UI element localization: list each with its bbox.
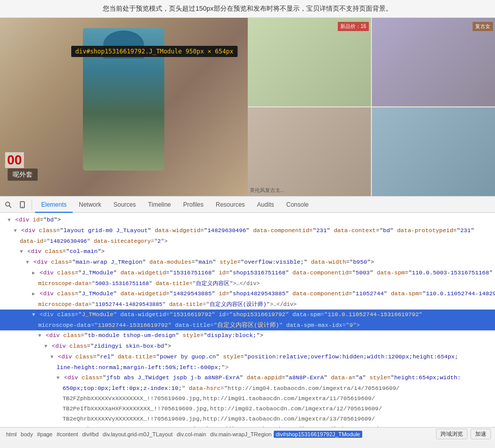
- devtools-toolbar: Elements Network Sources Timeline Profil…: [0, 197, 495, 213]
- fashion-image-left: 呢外套 身形设计，凸... 00: [0, 18, 248, 196]
- element-tooltip: div#shop15316619792.J_TModule 950px × 65…: [71, 46, 238, 57]
- accelerate-btn[interactable]: 加速: [471, 429, 491, 439]
- right-img-1: 新品价：16: [248, 18, 371, 106]
- breadcrumb-page[interactable]: #page: [35, 431, 55, 438]
- tab-console[interactable]: Console: [280, 197, 315, 213]
- tab-sources[interactable]: Sources: [107, 197, 142, 213]
- toolbar-separator: [32, 200, 32, 210]
- svg-line-1: [9, 206, 11, 208]
- html-line[interactable]: ▼ <div class="jfsb abs J_TWidget jspb j-…: [0, 373, 495, 383]
- preview-area: div#shop15316619792.J_TModule 950px × 65…: [0, 18, 495, 196]
- cross-domain-btn[interactable]: 跨域浏览: [436, 429, 468, 439]
- html-line-selected[interactable]: ▼ <div class="J_TModule" data-widgetid="…: [0, 310, 495, 320]
- breadcrumb-bar: html body #page #content div#bd div.layo…: [0, 427, 495, 440]
- tab-profiles[interactable]: Profiles: [177, 197, 210, 213]
- svg-point-3: [22, 206, 23, 207]
- html-line[interactable]: data-id="14829630496" data-sitecategory=…: [0, 236, 495, 246]
- html-line[interactable]: ▶ <div class="J_TModule" data-widgetid="…: [0, 268, 495, 278]
- style-badge: 复古女: [473, 22, 493, 31]
- html-line[interactable]: ▼ <div class="main-wrap J_TRegion" data-…: [0, 257, 495, 268]
- bottom-text: 英伦风复古太...: [250, 187, 284, 194]
- right-img-4: [372, 107, 495, 196]
- breadcrumb-bd[interactable]: div#bd: [80, 431, 100, 438]
- html-line[interactable]: ▼ <div class="col-main">: [0, 246, 495, 257]
- breadcrumb-col-main[interactable]: div.col-main: [174, 431, 208, 438]
- html-line-selected-cont[interactable]: microscope-data="11052744-15316619792" d…: [0, 320, 495, 330]
- html-line[interactable]: TB2FZphbXXXXXVxXXXXXXXX_!!705619609.jpg,…: [0, 394, 495, 404]
- breadcrumb-layout[interactable]: div.layout.grid-m0J_TLayout: [101, 431, 174, 438]
- html-panel[interactable]: ▼ <div id="bd"> ▼ <div class="layout gri…: [0, 213, 495, 427]
- html-line[interactable]: line-height:normal;margin-left:50%;left:…: [0, 362, 495, 373]
- html-line[interactable]: microscope-data="5003-15316751168" data-…: [0, 278, 495, 289]
- tab-audits[interactable]: Audits: [251, 197, 280, 213]
- right-action-buttons: 跨域浏览 加速: [436, 429, 491, 439]
- tab-elements[interactable]: Elements: [35, 197, 73, 213]
- tab-resources[interactable]: Resources: [210, 197, 251, 213]
- banner-text: 您当前处于预览模式，页头超过150px部分在预览和发布时将不显示，宝贝详情页不支…: [103, 5, 392, 12]
- devtools-tabs: Elements Network Sources Timeline Profil…: [35, 197, 315, 213]
- device-icon-btn[interactable]: [16, 199, 28, 211]
- price-display: 00: [5, 152, 24, 168]
- new-price-badge: 新品价：16: [338, 22, 369, 31]
- sub-label: 身形设计，凸...: [5, 184, 40, 191]
- tab-network[interactable]: Network: [73, 197, 107, 213]
- device-icon: [19, 201, 26, 208]
- breadcrumb-content[interactable]: #content: [54, 431, 80, 438]
- html-line[interactable]: TB2PeIfbXXXXXaHXFXXXXXXXX_!!705619609.jp…: [0, 404, 495, 414]
- html-line[interactable]: microscope-data="11052744-14829543885" d…: [0, 299, 495, 310]
- breadcrumb-body[interactable]: body: [19, 431, 35, 438]
- fashion-image-right: 新品价：16 复古女 英伦风复古太...: [248, 18, 496, 196]
- html-line[interactable]: ▼ <div class="layout grid-m0 J_TLayout" …: [0, 226, 495, 236]
- breadcrumb-html[interactable]: html: [4, 431, 19, 438]
- html-line[interactable]: ▶ <div class="J_TModule" data-widgetid="…: [0, 289, 495, 299]
- right-img-3: 英伦风复古太...: [248, 107, 371, 196]
- devtools-panel: Elements Network Sources Timeline Profil…: [0, 196, 495, 440]
- preview-image-container: 呢外套 身形设计，凸... 00 新品价：16 复古女: [0, 18, 495, 196]
- html-line[interactable]: TB2eQhrbXXXXXVyXXXXXXXX_!!705619609.jpg,…: [0, 414, 495, 424]
- svg-point-0: [6, 202, 10, 206]
- preview-banner: 您当前处于预览模式，页头超过150px部分在预览和发布时将不显示，宝贝详情页不支…: [0, 0, 495, 18]
- search-icon: [5, 201, 12, 208]
- product-label: 呢外套: [8, 169, 38, 181]
- html-line[interactable]: ▼ <div class="zidingyi skin-box-bd">: [0, 341, 495, 352]
- search-icon-btn[interactable]: [2, 199, 14, 211]
- html-line[interactable]: 650px;top:0px;left:0px;z-index:10;" data…: [0, 383, 495, 394]
- html-line[interactable]: ▼ <div id="bd">: [0, 215, 495, 226]
- breadcrumb-active[interactable]: div#shop15316619792J_TModule: [274, 431, 362, 438]
- tab-timeline[interactable]: Timeline: [142, 197, 177, 213]
- html-line[interactable]: ▼ <div class="tb-module tshop-um-design"…: [0, 330, 495, 341]
- right-img-2: 复古女: [372, 18, 495, 106]
- breadcrumb-main-wrap[interactable]: div.main-wrapJ_TRegion: [208, 431, 274, 438]
- html-line[interactable]: ▼ <div class="rel" data-title="power by …: [0, 352, 495, 362]
